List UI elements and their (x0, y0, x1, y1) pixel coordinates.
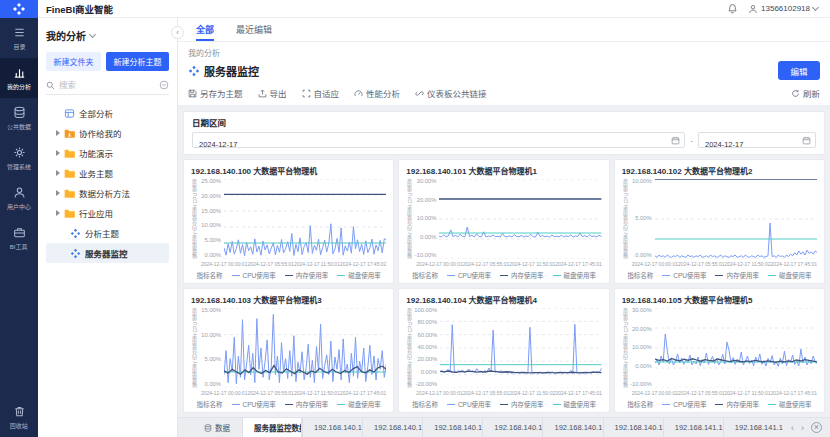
chart-title: 192.168.140.105 大数据平台物理机5 (622, 294, 817, 305)
tabs-collapse-icon[interactable]: × (811, 422, 822, 433)
chart-plot-area[interactable] (224, 179, 386, 259)
tree-item[interactable]: 业务主题 (46, 163, 169, 183)
legend-disk[interactable]: 磁盘使用率 (337, 270, 381, 280)
sheet-tab-label: 服务器监控数据 (254, 422, 302, 433)
data-tab[interactable]: 数据 (178, 418, 242, 437)
sheet-tab[interactable]: 192.168.140.1... (603, 418, 663, 437)
user-menu[interactable]: 13566102918 (748, 4, 818, 14)
y-tick: 0.00% (635, 252, 651, 258)
sheet-tab[interactable]: 192.168.140.1... (422, 418, 482, 437)
tab-recent[interactable]: 最近编辑 (236, 18, 272, 41)
toolbar-item[interactable]: 性能分析 (354, 87, 400, 99)
legend-memory[interactable]: 内存使用率 (285, 270, 329, 280)
chart-y-ticks: 10.00%5.00%0.00% (630, 178, 655, 258)
y-tick: 25.00% (201, 178, 221, 184)
rail-item-recycle[interactable]: 回收站 (0, 397, 38, 437)
tabs-prev-icon[interactable]: ‹ (791, 423, 794, 433)
tree-item[interactable]: 全部分析 (46, 103, 169, 123)
tree-item[interactable]: 协作给我的 (46, 123, 169, 143)
tree-item[interactable]: 功能演示 (46, 143, 169, 163)
legend-memory[interactable]: 内存使用率 (285, 399, 329, 409)
data-tab-label: 数据 (215, 422, 230, 433)
legend-disk[interactable]: 磁盘使用率 (768, 399, 812, 409)
panel-title[interactable]: 我的分析 (46, 28, 169, 43)
sheet-tab[interactable]: 192.168.140.1... (302, 418, 362, 437)
tree-item[interactable]: 行业应用 (46, 203, 169, 223)
rail-item-2[interactable]: 公共数据 (0, 98, 38, 138)
breadcrumb[interactable]: 我的分析 (188, 47, 820, 58)
legend-disk[interactable]: 磁盘使用率 (553, 270, 597, 280)
legend-disk[interactable]: 磁盘使用率 (768, 270, 812, 280)
tab-all[interactable]: 全部 (196, 18, 214, 41)
sheet-tab-active[interactable]: 服务器监控数据 (242, 418, 302, 437)
legend-cpu[interactable]: CPU使用率 (232, 399, 276, 409)
disk-line-swatch (768, 275, 776, 276)
chart-legend: 指标名称 CPU使用率 内存使用率 磁盘使用率 (406, 267, 601, 282)
legend-disk[interactable]: 磁盘使用率 (337, 399, 381, 409)
legend-cpu[interactable]: CPU使用率 (232, 270, 276, 280)
sheet-tab[interactable]: 192.168.141.1... (723, 418, 783, 437)
tree-item[interactable]: 分析主题 (46, 223, 169, 243)
sheet-tab[interactable]: 192.168.140.1... (482, 418, 542, 437)
rail-item-4[interactable]: 用户中心 (0, 178, 38, 218)
new-folder-button[interactable]: 新建文件夹 (46, 52, 101, 71)
end-date-input[interactable] (699, 138, 815, 152)
refresh-button[interactable]: 刷新 (791, 87, 820, 99)
new-subject-button[interactable]: 新建分析主题 (106, 52, 169, 71)
legend-cpu[interactable]: CPU使用率 (662, 399, 706, 409)
panel-collapse-button[interactable]: ‹ (171, 26, 184, 39)
chart-plot-area[interactable] (440, 308, 601, 388)
legend-cpu[interactable]: CPU使用率 (662, 270, 706, 280)
cpu-line (439, 227, 601, 237)
chart-plot-area[interactable] (655, 308, 817, 388)
legend-memory[interactable]: 内存使用率 (500, 399, 544, 409)
sheet-tab[interactable]: 192.168.140.1... (542, 418, 602, 437)
rail-item-3[interactable]: 管理系统 (0, 138, 38, 178)
y-tick: 15.00% (201, 307, 221, 313)
y-tick: 15.00% (201, 208, 221, 214)
calendar-icon[interactable] (671, 136, 680, 145)
tree-item[interactable]: 服务器监控 (46, 243, 169, 263)
main-content: ‹ 全部 最近编辑 我的分析 服务器监控 编辑 另存为主题 导出 (178, 18, 830, 437)
calendar-icon[interactable] (802, 136, 811, 145)
y-tick: 0.00% (205, 252, 221, 258)
topbar: FineBI商业智能 13566102918 (0, 0, 830, 18)
analysis-icon (13, 66, 26, 79)
collapse-all-icon[interactable] (159, 80, 169, 90)
toolbar-item[interactable]: 另存为主题 (188, 87, 243, 99)
chart-card: 192.168.140.103 大数据平台物理机3 磁盘使用率/ 内存使用率/ … (183, 288, 394, 413)
chart-plot-area[interactable] (224, 308, 386, 388)
edit-button[interactable]: 编辑 (778, 61, 820, 80)
notification-bell-icon[interactable] (727, 3, 738, 14)
cpu-line-swatch (447, 275, 455, 276)
y-tick: 10.00% (201, 332, 221, 338)
chart-plot-area[interactable] (655, 179, 817, 259)
save-icon (188, 89, 197, 98)
legend-cpu[interactable]: CPU使用率 (447, 270, 491, 280)
legend-disk[interactable]: 磁盘使用率 (553, 399, 597, 409)
start-date-input[interactable] (193, 138, 684, 152)
legend-memory[interactable]: 内存使用率 (715, 399, 759, 409)
rail-item-1[interactable]: 我的分析 (0, 58, 38, 98)
search-input[interactable] (59, 80, 155, 90)
toolbar-item[interactable]: 仪表板公共链接 (415, 87, 487, 99)
finebi-logo[interactable] (0, 0, 38, 18)
folder-icon (64, 128, 75, 139)
tabs-next-icon[interactable]: › (801, 423, 804, 433)
legend-cpu[interactable]: CPU使用率 (447, 399, 491, 409)
rail-item-5[interactable]: BI工具 (0, 218, 38, 258)
sheet-tab[interactable]: 192.168.140.1... (362, 418, 422, 437)
toolbar-item[interactable]: 导出 (258, 87, 287, 99)
caret-right-icon (56, 130, 60, 136)
legend-memory[interactable]: 内存使用率 (500, 270, 544, 280)
rail-item-0[interactable]: 目录 (0, 18, 38, 58)
y-tick: 20.00% (418, 356, 438, 362)
chart-plot-area[interactable] (439, 179, 601, 259)
legend-memory[interactable]: 内存使用率 (715, 270, 759, 280)
chart-title: 192.168.140.100 大数据平台物理机 (191, 165, 386, 176)
tree-item[interactable]: 数据分析方法 (46, 183, 169, 203)
toolbar-item[interactable]: 自适应 (302, 87, 340, 99)
caret-right-icon (56, 210, 60, 216)
sheet-tab[interactable]: 192.168.141.1... (663, 418, 723, 437)
y-tick: 10.00% (632, 344, 652, 350)
